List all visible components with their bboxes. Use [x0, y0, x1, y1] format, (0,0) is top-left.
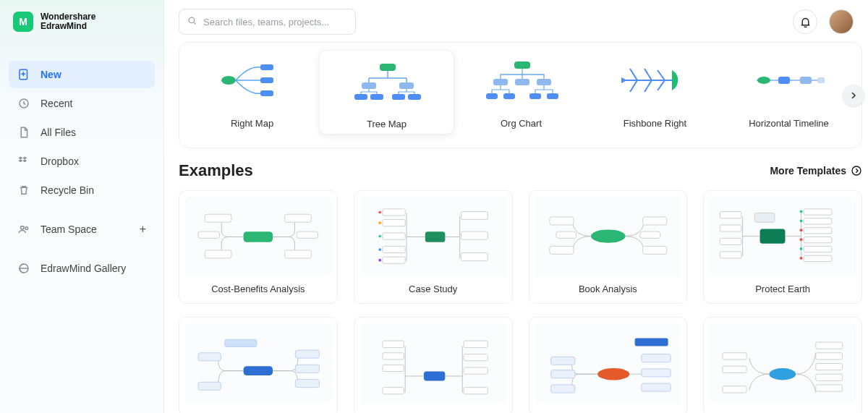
- file-icon: [17, 126, 30, 139]
- svg-rect-96: [550, 385, 574, 393]
- svg-rect-10: [380, 64, 396, 71]
- right-map-thumb-icon: [213, 59, 292, 102]
- svg-rect-87: [383, 365, 404, 372]
- avatar[interactable]: [829, 9, 854, 34]
- timeline-thumb-icon: [749, 59, 829, 102]
- svg-rect-98: [641, 369, 670, 377]
- svg-rect-57: [556, 232, 576, 239]
- svg-rect-95: [550, 370, 574, 378]
- example-caption: Cost-Benefits Analysis: [211, 284, 305, 294]
- svg-point-74: [800, 239, 803, 242]
- sidebar-item-recycle-bin[interactable]: Recycle Bin: [9, 176, 155, 204]
- add-team-space-icon[interactable]: +: [140, 223, 146, 236]
- svg-point-52: [590, 230, 625, 243]
- svg-rect-11: [362, 82, 376, 89]
- sidebar-item-label: Recent: [41, 98, 72, 109]
- example-preview-icon: [360, 197, 506, 276]
- svg-point-76: [800, 257, 803, 260]
- svg-rect-38: [425, 232, 446, 243]
- search-input[interactable]: [203, 17, 348, 27]
- example-preview-icon: [535, 197, 681, 276]
- carousel-next-button[interactable]: [843, 85, 864, 106]
- org-chart-thumb-icon: [482, 59, 561, 102]
- svg-rect-20: [537, 79, 551, 85]
- notifications-button[interactable]: [793, 9, 817, 34]
- svg-rect-18: [493, 79, 508, 85]
- sidebar-item-label: Recycle Bin: [41, 184, 94, 196]
- svg-rect-104: [723, 386, 746, 393]
- sidebar-item-dropbox[interactable]: Dropbox: [9, 148, 155, 175]
- gallery-icon: [17, 262, 30, 275]
- svg-rect-105: [816, 342, 843, 349]
- chevron-right-icon: [848, 90, 859, 101]
- example-card[interactable]: Case Study: [354, 190, 513, 304]
- example-card[interactable]: Book Analysis: [529, 190, 688, 304]
- sidebar-item-label: Dropbox: [41, 156, 79, 167]
- svg-rect-100: [634, 339, 668, 346]
- svg-rect-56: [642, 247, 666, 255]
- svg-rect-79: [198, 383, 221, 391]
- brand[interactable]: M Wondershare EdrawMind: [6, 9, 158, 39]
- svg-rect-91: [464, 367, 488, 374]
- search-box[interactable]: [179, 9, 356, 35]
- svg-rect-34: [285, 215, 312, 223]
- svg-rect-16: [408, 94, 421, 100]
- sidebar-item-recent[interactable]: Recent: [9, 90, 155, 117]
- more-templates-label: More Templates: [770, 165, 846, 176]
- svg-rect-14: [370, 94, 383, 100]
- svg-rect-77: [244, 367, 273, 376]
- more-templates-link[interactable]: More Templates: [770, 165, 862, 176]
- sidebar: M Wondershare EdrawMind New Recent: [0, 0, 164, 413]
- svg-rect-97: [641, 354, 670, 362]
- examples-header: Examples More Templates: [179, 161, 862, 180]
- brand-line2: EdrawMind: [41, 22, 95, 31]
- sidebar-item-all-files[interactable]: All Files: [9, 119, 155, 146]
- template-fishbone-right[interactable]: Fishbone Right: [588, 50, 722, 135]
- example-preview-icon: [710, 197, 856, 276]
- topbar: [179, 9, 868, 35]
- svg-point-93: [597, 368, 629, 380]
- svg-point-72: [800, 220, 803, 223]
- example-card[interactable]: [354, 317, 513, 413]
- sidebar-item-new[interactable]: New: [9, 61, 155, 88]
- team-icon: [17, 223, 30, 236]
- sidebar-item-gallery[interactable]: EdrawMind Gallery: [9, 255, 155, 282]
- example-card[interactable]: [703, 317, 862, 413]
- svg-point-75: [800, 247, 803, 250]
- svg-rect-8: [260, 77, 273, 83]
- trash-icon: [17, 184, 30, 197]
- svg-rect-35: [285, 250, 312, 258]
- svg-rect-23: [529, 93, 541, 99]
- example-card[interactable]: [179, 317, 338, 413]
- examples-title: Examples: [179, 161, 253, 180]
- svg-rect-55: [642, 217, 666, 225]
- svg-rect-69: [804, 247, 833, 252]
- sidebar-nav: New Recent All Files Dropbox: [6, 61, 158, 282]
- svg-rect-39: [383, 209, 405, 216]
- example-card[interactable]: Cost-Benefits Analysis: [179, 190, 338, 304]
- example-card[interactable]: Protect Earth: [703, 190, 862, 304]
- brand-logo-icon: M: [13, 12, 33, 32]
- svg-rect-43: [383, 257, 405, 264]
- svg-rect-24: [547, 93, 558, 99]
- template-label: Tree Map: [367, 119, 407, 129]
- tree-map-thumb-icon: [347, 59, 427, 103]
- svg-rect-19: [515, 79, 529, 85]
- svg-rect-109: [816, 385, 843, 391]
- template-right-map[interactable]: Right Map: [185, 50, 319, 135]
- sidebar-item-label: New: [41, 69, 61, 80]
- example-preview-icon: [185, 197, 331, 276]
- svg-rect-33: [205, 250, 231, 258]
- template-tree-map[interactable]: Tree Map: [319, 50, 454, 135]
- svg-rect-67: [804, 228, 833, 234]
- svg-rect-106: [816, 353, 843, 359]
- sidebar-item-team-space[interactable]: Team Space +: [9, 216, 155, 243]
- svg-rect-60: [754, 213, 775, 223]
- svg-rect-13: [354, 94, 367, 100]
- svg-rect-108: [816, 375, 843, 381]
- svg-point-73: [800, 229, 803, 232]
- template-horizontal-timeline[interactable]: Horizontal Timeline: [722, 50, 856, 135]
- example-card[interactable]: [529, 317, 688, 413]
- template-org-chart[interactable]: Org Chart: [454, 50, 588, 135]
- svg-rect-78: [198, 353, 221, 361]
